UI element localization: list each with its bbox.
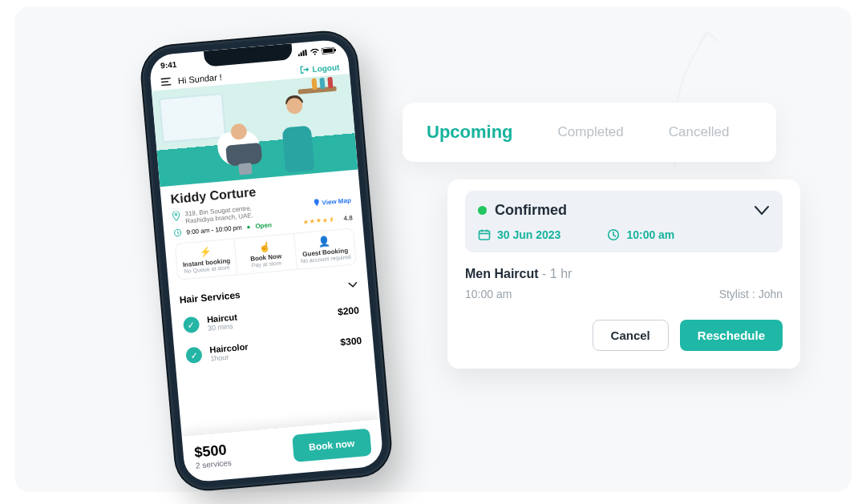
clock-icon — [173, 228, 182, 237]
svg-rect-2 — [302, 50, 305, 56]
tab-upcoming[interactable]: Upcoming — [427, 122, 513, 143]
check-icon: ✓ — [185, 346, 203, 364]
booking-service: Men Haircut — [465, 267, 539, 280]
booking-date: 30 Jun 2023 — [497, 228, 560, 241]
service-price: $300 — [340, 335, 362, 348]
cancel-button[interactable]: Cancel — [593, 320, 669, 351]
service-price: $200 — [338, 304, 360, 317]
booking-duration: - 1 hr — [542, 267, 572, 280]
svg-rect-1 — [300, 52, 301, 56]
svg-rect-13 — [480, 231, 490, 240]
pill-instant-booking[interactable]: ⚡ Instant booking No Queue at store — [176, 239, 238, 279]
shop-hours: 9:00 am - 10:00 pm — [186, 224, 242, 236]
map-pin-icon — [313, 199, 320, 208]
book-now-button[interactable]: Book now — [292, 429, 372, 462]
confirmation-box[interactable]: Confirmed 30 Jun 2023 10:00 am — [465, 191, 783, 252]
chevron-down-icon[interactable] — [754, 205, 770, 216]
reschedule-button[interactable]: Reschedule — [680, 320, 783, 351]
open-status: Open — [255, 221, 272, 230]
hero-illustration — [152, 74, 358, 187]
view-map-link[interactable]: View Map — [313, 196, 351, 208]
svg-rect-0 — [298, 54, 300, 56]
greeting-text: Hi Sundar ! — [177, 72, 222, 86]
tab-completed[interactable]: Completed — [558, 124, 624, 140]
svg-point-11 — [175, 213, 177, 216]
signal-icon — [297, 50, 308, 57]
logout-button[interactable]: Logout — [299, 62, 340, 75]
svg-rect-3 — [305, 50, 307, 56]
menu-icon[interactable] — [160, 76, 172, 87]
svg-line-9 — [161, 82, 168, 83]
service-duration: 30 mins — [208, 321, 239, 332]
logout-label: Logout — [312, 62, 340, 74]
pill-book-now[interactable]: ☝ Book Now Pay at store — [235, 234, 297, 274]
phone-mockup: 9:41 Hi Sundar ! Logout — [140, 30, 392, 491]
status-time: 9:41 — [160, 59, 177, 70]
booking-time: 10:00 am — [626, 228, 674, 241]
wifi-icon — [310, 48, 320, 55]
status-icons — [297, 46, 337, 56]
status-dot-icon — [478, 206, 487, 215]
pill-guest-booking[interactable]: 👤 Guest Booking No account required — [294, 228, 356, 268]
tab-cancelled[interactable]: Cancelled — [669, 124, 730, 140]
star-rating-icon: ★★★★⯨ — [302, 216, 336, 226]
booking-stylist: Stylist : John — [719, 288, 783, 300]
chevron-down-icon[interactable] — [347, 280, 359, 289]
battery-icon — [322, 46, 337, 54]
booking-service-row: Men Haircut - 1 hr — [465, 267, 783, 281]
calendar-icon — [478, 228, 491, 241]
booking-status: Confirmed — [495, 202, 567, 219]
svg-rect-6 — [323, 48, 333, 53]
svg-point-4 — [314, 54, 316, 55]
svg-rect-7 — [334, 49, 336, 51]
pin-icon — [172, 211, 180, 221]
tabs-card: Upcoming Completed Cancelled — [403, 103, 776, 162]
svg-line-8 — [161, 79, 171, 79]
services-header: Hair Services — [179, 289, 241, 306]
booking-slot-time: 10:00 am — [465, 288, 512, 300]
feature-pills: ⚡ Instant booking No Queue at store ☝ Bo… — [175, 228, 357, 280]
clock-icon — [607, 228, 620, 241]
booking-card: Confirmed 30 Jun 2023 10:00 am Men Hairc… — [447, 179, 800, 369]
svg-line-10 — [161, 85, 171, 86]
logout-icon — [299, 64, 310, 75]
shop-rating: 4.8 — [343, 214, 353, 222]
check-icon: ✓ — [183, 317, 200, 334]
